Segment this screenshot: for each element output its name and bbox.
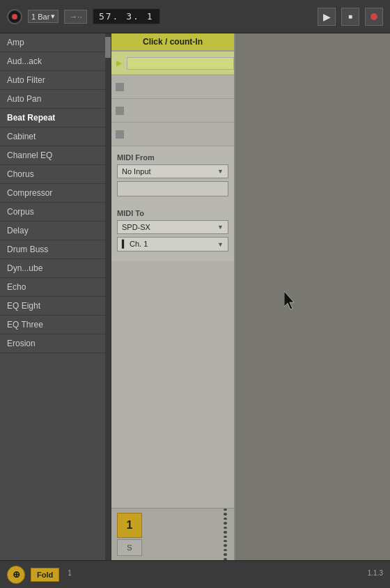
stop-button[interactable]: ■ xyxy=(341,8,359,26)
midi-from-value: No Input xyxy=(122,167,151,176)
track-number-button[interactable]: 1 xyxy=(117,513,142,538)
sidebar-item[interactable]: Delay xyxy=(0,222,111,240)
sidebar-item[interactable]: Drum Buss xyxy=(0,240,111,259)
sidebar-item[interactable]: Aud...ack xyxy=(0,52,111,71)
fader-dot xyxy=(224,522,227,524)
sidebar-item[interactable]: Amp xyxy=(0,33,111,52)
sidebar-item[interactable]: EQ Eight xyxy=(0,297,111,316)
fader-dot xyxy=(224,549,227,551)
midi-channel-dropdown[interactable]: ▍ Ch. 1 ▼ xyxy=(117,237,228,252)
sidebar-item[interactable]: Dyn...ube xyxy=(0,259,111,278)
record-button[interactable] xyxy=(365,8,383,26)
midi-from-label: MIDI From xyxy=(117,153,228,162)
sidebar-item[interactable]: Erosion xyxy=(0,334,111,353)
track-row-2 xyxy=(111,75,234,99)
record-dot xyxy=(12,14,17,20)
sidebar-item[interactable]: Beat Repeat xyxy=(0,109,111,127)
sidebar-scroll[interactable]: AmpAud...ackAuto FilterAuto PanBeat Repe… xyxy=(0,33,111,560)
midi-from-input xyxy=(117,181,228,196)
fader-dot xyxy=(224,518,227,520)
midi-from-dropdown[interactable]: No Input ▼ xyxy=(117,164,228,178)
track-row-4 xyxy=(111,123,234,146)
track-title: Click / count-In xyxy=(111,33,234,52)
midi-to-label: MIDI To xyxy=(117,209,228,217)
midi-from-arrow: ▼ xyxy=(217,168,224,175)
bar-dropdown[interactable]: 1 Bar ▾ xyxy=(28,10,58,23)
sidebar-item[interactable]: Corpus xyxy=(0,203,111,222)
fader-dot xyxy=(224,527,227,529)
sidebar-item[interactable]: Cabinet xyxy=(0,127,111,146)
bar-arrow: ▾ xyxy=(51,12,55,21)
timeline-marker-2: 1.1.3 xyxy=(368,569,383,577)
fader-dot xyxy=(224,513,227,515)
navigate-button[interactable]: ⊕ xyxy=(7,566,25,584)
sidebar-item[interactable]: Chorus xyxy=(0,165,111,184)
time-display: 57. 3. 1 xyxy=(93,8,160,24)
midi-to-dropdown[interactable]: SPD-SX ▼ xyxy=(117,220,228,234)
fader-dot xyxy=(224,536,227,538)
main-area: AmpAud...ackAuto FilterAuto PanBeat Repe… xyxy=(0,33,390,560)
midi-to-arrow: ▼ xyxy=(217,224,224,231)
sidebar-scrollbar-thumb[interactable] xyxy=(105,37,111,58)
arrangement-follow-btn[interactable]: →·· xyxy=(64,10,87,24)
track-panel: Click / count-In ▶ xyxy=(111,33,235,560)
fader-dot xyxy=(224,509,227,511)
midi-to-value: SPD-SX xyxy=(122,223,150,231)
sidebar-item[interactable]: Echo xyxy=(0,278,111,297)
sidebar-item[interactable]: EQ Three xyxy=(0,316,111,334)
record-indicator xyxy=(7,9,22,24)
sidebar-item[interactable]: Channel EQ xyxy=(0,146,111,165)
midi-to-section: MIDI To SPD-SX ▼ ▍ Ch. 1 ▼ xyxy=(111,209,234,261)
fader-dot xyxy=(224,531,227,533)
track-play-btn-1[interactable]: ▶ xyxy=(114,59,124,68)
bottom-bar: ⊕ Fold 1 1.1.3 xyxy=(0,560,390,588)
transport-bar: 1 Bar ▾ →·· 57. 3. 1 ▶ ■ xyxy=(0,0,390,33)
track-spacer xyxy=(111,261,234,508)
bar-label: 1 Bar xyxy=(31,13,49,21)
track-solo-button[interactable]: S xyxy=(117,539,142,556)
timeline-area[interactable] xyxy=(235,33,390,560)
content-area: Click / count-In ▶ xyxy=(111,33,390,560)
sidebar-scrollbar xyxy=(105,33,111,560)
sidebar-item[interactable]: Auto Pan xyxy=(0,90,111,109)
sidebar-item[interactable]: Auto Filter xyxy=(0,71,111,90)
track-row-1: ▶ xyxy=(111,52,234,75)
track-bottom: 1 S xyxy=(111,508,234,560)
fader-dot xyxy=(224,540,227,542)
timeline-ruler: 1 1.1.3 xyxy=(68,569,383,580)
timeline-marker-1: 1 xyxy=(68,569,72,577)
midi-from-section: MIDI From No Input ▼ xyxy=(111,146,234,209)
sidebar-item[interactable]: Compressor xyxy=(0,184,111,203)
track-row-3 xyxy=(111,99,234,123)
volume-fader[interactable] xyxy=(224,509,227,560)
fader-dot xyxy=(224,558,227,560)
navigate-icon: ⊕ xyxy=(13,569,20,580)
midi-channel-value: ▍ Ch. 1 xyxy=(122,240,148,249)
fader-dot xyxy=(224,544,227,546)
play-button[interactable]: ▶ xyxy=(318,8,336,26)
fader-dot xyxy=(224,553,227,555)
sidebar: AmpAud...ackAuto FilterAuto PanBeat Repe… xyxy=(0,33,111,560)
record-btn-dot xyxy=(370,13,377,20)
track-btns-col: 1 S xyxy=(117,513,142,556)
fold-button[interactable]: Fold xyxy=(31,568,59,582)
midi-channel-arrow: ▼ xyxy=(217,241,224,248)
